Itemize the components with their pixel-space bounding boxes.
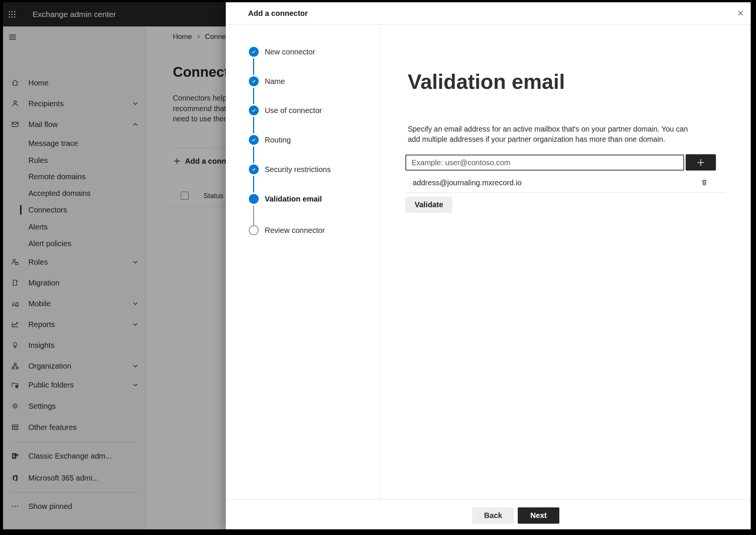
step-completed-check-icon [249, 47, 259, 57]
wizard-step-security-restrictions[interactable]: Security restrictions [226, 164, 331, 174]
add-connector-dialog: Add a connector New connector Name [226, 2, 751, 529]
screenshot-frame: Exchange admin center Home Recipients [0, 0, 756, 535]
wizard-step-name[interactable]: Name [226, 76, 285, 86]
step-description: Specify an email address for an active m… [408, 124, 701, 144]
app-window: Exchange admin center Home Recipients [3, 2, 751, 529]
back-button[interactable]: Back [472, 507, 514, 524]
next-button[interactable]: Next [518, 507, 559, 524]
plus-icon [696, 158, 705, 167]
step-connector-line [253, 146, 254, 163]
step-completed-check-icon [249, 135, 259, 145]
step-connector-line [253, 88, 254, 104]
email-address-value: address@journaling.mxrecord.io [413, 175, 522, 190]
wizard-steps-panel [226, 25, 380, 499]
address-list-divider [405, 192, 725, 193]
close-icon[interactable] [733, 6, 748, 21]
validate-button[interactable]: Validate [405, 197, 452, 213]
step-upcoming-icon [249, 225, 259, 235]
step-connector-line [253, 176, 254, 192]
step-page-title: Validation email [408, 69, 565, 94]
wizard-step-new-connector[interactable]: New connector [226, 47, 315, 57]
step-completed-check-icon [249, 76, 259, 86]
step-completed-check-icon [249, 164, 259, 174]
step-connector-line [253, 117, 254, 133]
delete-address-trash-icon[interactable] [698, 176, 711, 189]
email-address-row: address@journaling.mxrecord.io [405, 175, 725, 190]
wizard-step-validation-email[interactable]: Validation email [226, 194, 322, 204]
dialog-title: Add a connector [248, 2, 308, 25]
footer-divider [226, 499, 751, 499]
step-connector-line [253, 58, 254, 75]
wizard-step-use-of-connector[interactable]: Use of connector [226, 105, 322, 115]
add-email-button[interactable] [686, 154, 716, 171]
validation-email-input[interactable] [405, 155, 684, 171]
dialog-header: Add a connector [226, 2, 751, 25]
wizard-step-review-connector[interactable]: Review connector [226, 225, 325, 235]
step-current-icon [249, 194, 259, 204]
wizard-step-routing[interactable]: Routing [226, 135, 291, 145]
step-completed-check-icon [249, 105, 259, 115]
